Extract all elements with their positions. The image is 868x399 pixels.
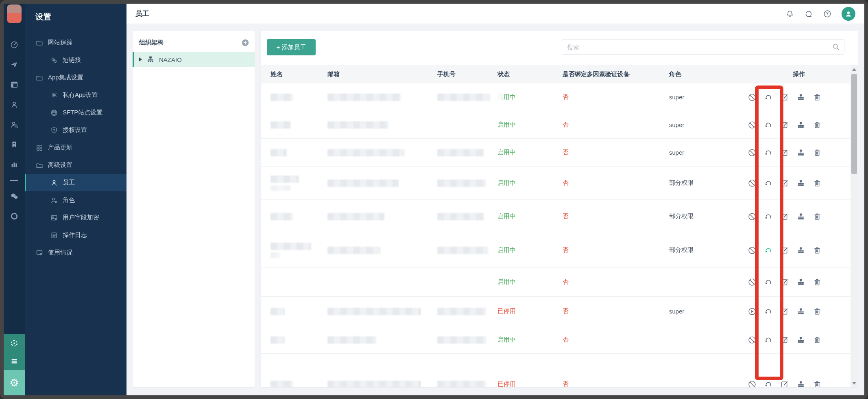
scrollbar-thumb[interactable] xyxy=(851,74,857,174)
cell-actions xyxy=(747,120,851,130)
ban-icon[interactable] xyxy=(747,246,757,255)
table-scrollbar[interactable] xyxy=(851,65,858,387)
sidebar-item-2[interactable]: App集成设置 xyxy=(25,69,126,86)
edit-icon[interactable] xyxy=(780,92,789,102)
trash-icon[interactable] xyxy=(812,212,822,221)
play-icon[interactable] xyxy=(747,307,757,316)
trash-icon[interactable] xyxy=(812,246,822,255)
org-tree-node[interactable]: NAZAIO xyxy=(133,52,255,67)
gauge-icon[interactable] xyxy=(10,40,19,49)
org-icon[interactable] xyxy=(796,212,806,221)
sidebar-item-label: App集成设置 xyxy=(48,74,83,81)
org-icon[interactable] xyxy=(796,92,806,102)
headset-icon[interactable] xyxy=(763,246,773,255)
sidebar-item-9[interactable]: 角色 xyxy=(25,191,126,209)
ban-icon[interactable] xyxy=(747,277,757,287)
trash-icon[interactable] xyxy=(812,277,822,287)
edit-icon[interactable] xyxy=(780,379,789,388)
headset-icon[interactable] xyxy=(763,120,773,130)
search-icon[interactable] xyxy=(831,42,840,51)
trash-icon[interactable] xyxy=(812,92,822,102)
sidebar-item-10[interactable]: 用户字段加密 xyxy=(25,209,126,226)
headset-icon[interactable] xyxy=(763,92,773,102)
scroll-down-arrow-icon[interactable] xyxy=(851,380,858,386)
help-icon[interactable]: ? xyxy=(823,9,832,18)
trash-icon[interactable] xyxy=(812,379,822,388)
edit-icon[interactable] xyxy=(780,148,789,158)
sidebar-item-8[interactable]: 员工 xyxy=(25,174,126,191)
headset-icon[interactable] xyxy=(763,335,773,345)
org-icon[interactable] xyxy=(796,246,806,255)
edit-icon[interactable] xyxy=(780,212,789,221)
bell-icon[interactable] xyxy=(785,9,794,18)
redacted-text xyxy=(270,213,293,220)
app-logo[interactable] xyxy=(7,4,22,23)
trash-icon[interactable] xyxy=(812,178,822,188)
edit-icon[interactable] xyxy=(780,307,789,316)
cell-actions xyxy=(747,246,851,255)
disc-icon[interactable] xyxy=(10,212,19,221)
trash-icon[interactable] xyxy=(812,335,822,345)
caret-right-icon[interactable] xyxy=(139,57,142,61)
org-icon[interactable] xyxy=(796,120,806,130)
sidebar-item-5[interactable]: 授权设置 xyxy=(25,121,126,139)
org-icon[interactable] xyxy=(796,307,806,316)
trash-icon[interactable] xyxy=(812,148,822,158)
org-icon[interactable] xyxy=(796,178,806,188)
cell-email xyxy=(327,247,437,254)
headset-icon[interactable] xyxy=(763,277,773,287)
ban-icon[interactable] xyxy=(747,120,757,130)
ban-icon[interactable] xyxy=(747,379,757,388)
chat-icon[interactable] xyxy=(804,9,813,18)
layout-icon[interactable] xyxy=(10,80,19,89)
cell-phone xyxy=(437,149,497,156)
sidebar-item-label: 使用情况 xyxy=(48,249,72,256)
orbit-icon[interactable] xyxy=(4,334,25,352)
headset-icon[interactable] xyxy=(763,178,773,188)
ban-icon[interactable] xyxy=(747,335,757,345)
add-employee-button[interactable]: + 添加员工 xyxy=(267,39,316,55)
bar-chart-icon[interactable] xyxy=(10,160,19,169)
edit-icon[interactable] xyxy=(780,335,789,345)
ban-icon[interactable] xyxy=(747,178,757,188)
user-avatar[interactable] xyxy=(842,7,855,21)
ban-icon[interactable] xyxy=(747,92,757,102)
ban-icon[interactable] xyxy=(747,212,757,221)
sidebar-item-4[interactable]: SFTP站点设置 xyxy=(25,104,126,121)
menu-icon[interactable] xyxy=(4,352,25,370)
user-search-icon[interactable] xyxy=(10,120,19,129)
trash-icon[interactable] xyxy=(812,120,822,130)
org-icon[interactable] xyxy=(796,379,806,388)
sidebar-item-1[interactable]: 短链接 xyxy=(25,51,126,69)
wechat-icon[interactable] xyxy=(10,192,19,201)
col-name: 姓名 xyxy=(270,70,327,78)
headset-icon[interactable] xyxy=(763,148,773,158)
send-icon[interactable] xyxy=(10,60,19,69)
cell-role: super xyxy=(669,308,747,315)
edit-icon[interactable] xyxy=(780,246,789,255)
gear-icon[interactable]: ⚙ xyxy=(4,370,25,395)
org-icon[interactable] xyxy=(796,148,806,158)
sidebar-item-11[interactable]: 操作日志 xyxy=(25,226,126,244)
redacted-text xyxy=(327,94,401,101)
headset-icon[interactable] xyxy=(763,212,773,221)
edit-icon[interactable] xyxy=(780,277,789,287)
headset-icon[interactable] xyxy=(763,379,773,388)
org-icon[interactable] xyxy=(796,277,806,287)
sidebar-item-3[interactable]: ⌘ 私有App设置 xyxy=(25,86,126,104)
user-icon[interactable] xyxy=(10,100,19,109)
headset-icon[interactable] xyxy=(763,307,773,316)
sidebar-item-6[interactable]: 产品更新 xyxy=(25,139,126,156)
scroll-up-arrow-icon[interactable] xyxy=(851,66,858,72)
sidebar-item-0[interactable]: 网站追踪 xyxy=(25,34,126,51)
search-input[interactable] xyxy=(562,39,844,55)
badge-user-icon[interactable] xyxy=(10,140,19,149)
edit-icon[interactable] xyxy=(780,178,789,188)
edit-icon[interactable] xyxy=(780,120,789,130)
trash-icon[interactable] xyxy=(812,307,822,316)
add-org-node-icon[interactable] xyxy=(241,38,249,46)
sidebar-item-7[interactable]: 高级设置 xyxy=(25,156,126,174)
sidebar-item-12[interactable]: 使用情况 xyxy=(25,244,126,261)
org-icon[interactable] xyxy=(796,335,806,345)
ban-icon[interactable] xyxy=(747,148,757,158)
